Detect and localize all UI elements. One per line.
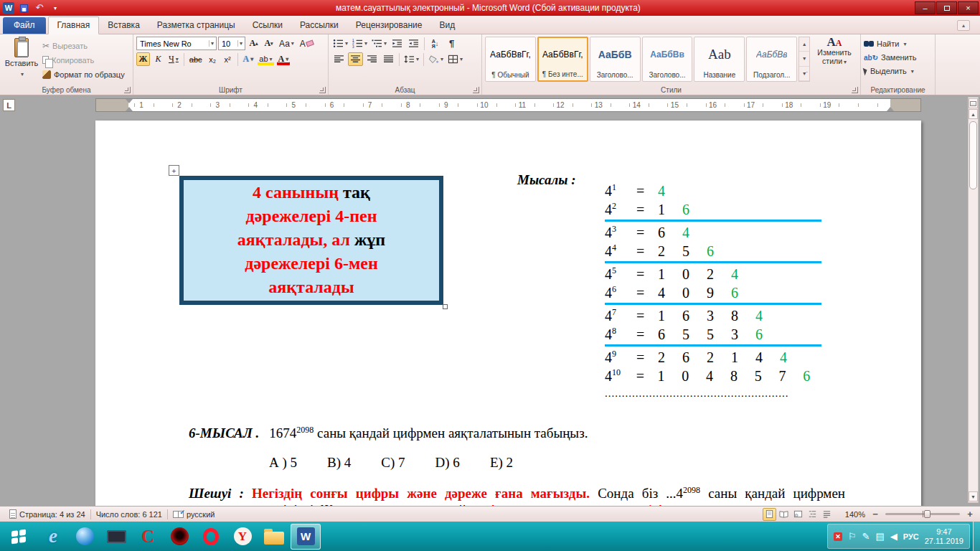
close-button[interactable]: ×	[958, 1, 979, 14]
taskbar-opera[interactable]	[196, 524, 226, 550]
font-dialog-launcher[interactable]	[319, 87, 326, 93]
taskbar-ie[interactable]	[38, 524, 68, 550]
zoom-out-button[interactable]: −	[870, 509, 881, 520]
cut-button[interactable]: ✂ Вырезать	[40, 39, 127, 52]
styles-dialog-launcher[interactable]	[852, 87, 858, 93]
replace-button[interactable]: ab↻ Заменить	[864, 51, 932, 64]
subscript-button[interactable]: x₂	[206, 52, 220, 66]
gallery-up-button[interactable]: ▲	[799, 37, 809, 52]
horizontal-ruler[interactable]: 12345678910111213141516171819	[95, 98, 921, 112]
pencil-tray-icon[interactable]: ✎	[862, 531, 870, 542]
taskbar-blue-app[interactable]	[70, 524, 100, 550]
tab-insert[interactable]: Вставка	[99, 17, 149, 34]
grow-font-button[interactable]: А	[247, 37, 260, 50]
undo-button[interactable]: ↶	[33, 2, 46, 14]
font-color-button[interactable]: А	[276, 52, 291, 66]
tab-view[interactable]: Вид	[430, 17, 463, 34]
gallery-down-button[interactable]: ▼	[799, 52, 809, 66]
style-no-spacing[interactable]: АаБбВвГг, ¶ Без инте...	[537, 37, 588, 82]
volume-tray-icon[interactable]: ◀	[890, 531, 897, 542]
show-ruler-button[interactable]	[969, 98, 978, 108]
clear-formatting-button[interactable]: А	[298, 37, 316, 50]
justify-button[interactable]	[381, 52, 396, 66]
copy-button[interactable]: Копировать	[40, 53, 127, 67]
tab-home[interactable]: Главная	[48, 17, 100, 34]
display-tray-icon[interactable]: ▤	[875, 531, 884, 542]
vertical-scrollbar[interactable]: ▲ ▼	[968, 97, 979, 503]
underline-button[interactable]: Ч	[166, 52, 181, 66]
textbox-resize-handle[interactable]	[443, 304, 448, 309]
style-title[interactable]: Аab Название	[694, 37, 745, 82]
tab-file[interactable]: Файл	[3, 17, 46, 34]
zoom-slider[interactable]	[885, 513, 960, 515]
minimize-button[interactable]: –	[915, 1, 936, 14]
callout-textbox[interactable]: 4 санының тақдәрежелері 4-пенаяқталады, …	[179, 176, 443, 305]
fullscreen-reading-view-button[interactable]	[777, 508, 791, 521]
highlight-color-button[interactable]: ab	[257, 52, 274, 66]
change-case-button[interactable]: Аа	[277, 37, 296, 50]
scroll-up-button[interactable]: ▲	[969, 109, 978, 119]
gallery-more-button[interactable]: ▼̄	[799, 67, 809, 81]
superscript-button[interactable]: x²	[221, 52, 235, 66]
language-indicator[interactable]: русский	[168, 507, 220, 522]
align-right-button[interactable]	[364, 52, 380, 66]
save-button[interactable]	[17, 2, 30, 14]
tab-review[interactable]: Рецензирование	[347, 17, 431, 34]
scroll-down-button[interactable]: ▼	[969, 491, 978, 501]
format-painter-button[interactable]: Формат по образцу	[40, 67, 127, 81]
shading-button[interactable]	[427, 52, 445, 66]
change-styles-button[interactable]: АА Изменить стили	[811, 37, 857, 67]
taskbar-explorer[interactable]	[259, 524, 289, 550]
multilevel-list-button[interactable]	[370, 37, 388, 50]
maximize-button[interactable]	[936, 1, 957, 14]
show-marks-button[interactable]: ¶	[444, 37, 459, 50]
taskbar-word[interactable]: W	[291, 524, 321, 550]
taskbar-keyboard-app[interactable]	[101, 524, 131, 550]
style-heading1[interactable]: АаБбВ Заголово...	[590, 37, 641, 82]
tab-references[interactable]: Ссылки	[244, 17, 291, 34]
zoom-in-button[interactable]: +	[964, 509, 976, 520]
tab-page-layout[interactable]: Разметка страницы	[149, 17, 244, 34]
font-size-combo[interactable]: 10 ▾	[218, 37, 245, 50]
print-layout-view-button[interactable]	[763, 508, 776, 521]
taskbar-yandex[interactable]: Y	[227, 524, 258, 550]
font-name-combo[interactable]: Times New Ro ▾	[136, 37, 217, 50]
tab-stop-selector[interactable]: L	[3, 99, 15, 111]
tab-mailings[interactable]: Рассылки	[291, 17, 347, 34]
start-button[interactable]	[0, 522, 37, 551]
align-left-button[interactable]	[331, 52, 347, 66]
style-subtitle[interactable]: АаБбВв Подзагол...	[746, 37, 797, 82]
qat-dropdown[interactable]: ▾	[49, 2, 62, 14]
security-tray-icon[interactable]: ✕	[834, 532, 842, 541]
select-button[interactable]: Выделить	[864, 65, 932, 77]
strikethrough-button[interactable]: abc	[187, 52, 204, 66]
zoom-slider-thumb[interactable]	[924, 510, 930, 518]
style-normal[interactable]: АаБбВвГг, ¶ Обычный	[485, 37, 536, 82]
outline-view-button[interactable]	[806, 508, 819, 521]
find-button[interactable]: Найти	[864, 37, 932, 50]
paragraph-dialog-launcher[interactable]	[473, 87, 479, 93]
zoom-level-text[interactable]: 140%	[845, 510, 865, 519]
language-indicator-taskbar[interactable]: РУС	[903, 532, 919, 541]
right-indent-marker[interactable]	[887, 107, 894, 111]
page-indicator[interactable]: Страница: 4 из 24	[4, 507, 90, 522]
line-spacing-button[interactable]	[402, 52, 420, 66]
bold-button[interactable]: Ж	[136, 52, 150, 66]
increase-indent-button[interactable]	[406, 37, 421, 50]
numbering-button[interactable]: 123	[351, 37, 369, 50]
style-heading2[interactable]: АаБбВв Заголово...	[642, 37, 693, 82]
clock[interactable]: 9:47 27.11.2019	[925, 527, 963, 546]
paste-button[interactable]: Вставить	[3, 37, 40, 85]
borders-button[interactable]	[446, 52, 464, 66]
first-line-indent-marker[interactable]	[126, 99, 133, 103]
clipboard-dialog-launcher[interactable]	[124, 87, 131, 93]
draft-view-button[interactable]	[820, 508, 834, 521]
taskbar-dark-red-app[interactable]	[164, 524, 194, 550]
web-layout-view-button[interactable]	[791, 508, 805, 521]
hanging-indent-marker[interactable]	[126, 107, 133, 111]
scrollbar-thumb[interactable]	[969, 121, 977, 189]
align-center-button[interactable]	[348, 52, 363, 66]
collapse-ribbon-button[interactable]: ▴	[957, 20, 970, 31]
decrease-indent-button[interactable]	[390, 37, 405, 50]
text-effects-button[interactable]: А	[241, 52, 256, 66]
